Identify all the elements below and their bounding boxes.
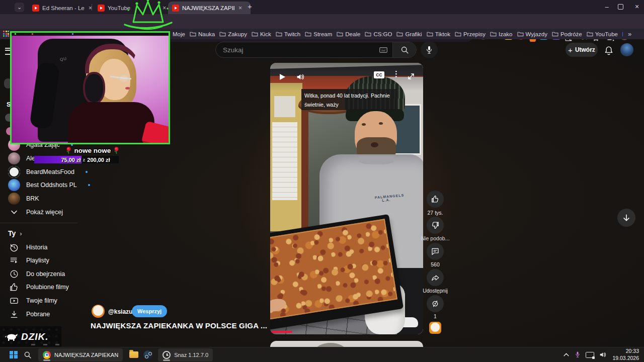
tray-network-icon[interactable] bbox=[583, 348, 596, 361]
search-input[interactable]: Szukaj bbox=[223, 46, 379, 54]
rail-channel-avatar[interactable] bbox=[429, 322, 441, 334]
steam-button[interactable] bbox=[141, 348, 155, 361]
history-icon bbox=[9, 242, 19, 252]
share-button[interactable] bbox=[427, 269, 444, 286]
window-minimize-button[interactable]: – bbox=[600, 0, 614, 13]
play-icon bbox=[278, 73, 286, 81]
bookmark-folder[interactable]: Tiktok bbox=[427, 31, 450, 37]
subscription-row[interactable]: BRK bbox=[8, 193, 109, 205]
tray-time: 20:33 bbox=[612, 348, 639, 354]
bookmark-folder[interactable]: Przepisy bbox=[455, 31, 486, 37]
keyboard-icon[interactable] bbox=[379, 43, 387, 56]
folder-icon bbox=[552, 31, 558, 37]
player-menu-button[interactable]: ⋮ bbox=[392, 69, 400, 78]
folder-icon bbox=[337, 31, 343, 37]
play-button[interactable] bbox=[278, 70, 286, 83]
bookmark-item[interactable]: Moje bbox=[173, 31, 185, 37]
channel-avatar bbox=[8, 193, 20, 205]
search-bar[interactable]: Szukaj bbox=[215, 42, 417, 58]
gif-badge[interactable]: GIF bbox=[622, 32, 623, 37]
notifications-button[interactable] bbox=[604, 44, 614, 57]
folder-icon bbox=[365, 31, 371, 37]
sidebar-item-label: Historia bbox=[26, 244, 47, 251]
start-button[interactable] bbox=[7, 348, 20, 361]
subscription-row[interactable]: BeardMeatsFood bbox=[8, 166, 109, 178]
you-section-header[interactable]: Ty › bbox=[8, 229, 22, 237]
sidebar-item-history[interactable]: Historia bbox=[9, 241, 100, 253]
channel-avatar bbox=[8, 166, 20, 178]
file-explorer-button[interactable] bbox=[127, 348, 141, 361]
bookmark-folder[interactable]: Wyjazdy bbox=[517, 31, 547, 37]
taskbar-search-button[interactable] bbox=[20, 348, 35, 361]
bookmark-folder[interactable]: Zakupy bbox=[219, 31, 247, 37]
subtitle-text: Witka, ponad 40 lat tradycji. Pachnie św… bbox=[301, 89, 397, 110]
bookmark-folder[interactable]: CS:GO bbox=[365, 31, 392, 37]
voice-search-button[interactable] bbox=[421, 41, 438, 58]
captions-badge[interactable]: CC bbox=[374, 71, 384, 78]
folder-icon bbox=[517, 31, 524, 37]
remix-icon bbox=[431, 299, 440, 308]
expand-icon bbox=[407, 72, 415, 80]
bookmark-folder[interactable]: Deale bbox=[337, 31, 360, 37]
like-button[interactable] bbox=[427, 191, 444, 208]
sidebar-item-your-videos[interactable]: Twoje filmy bbox=[9, 295, 100, 307]
create-button[interactable]: + Utwórz bbox=[566, 43, 598, 57]
taskbar-snaz-window[interactable]: Snaz 1.12.7.0 bbox=[158, 348, 213, 361]
sidebar-item-playlists[interactable]: Playlisty bbox=[9, 254, 100, 266]
new-content-dot bbox=[86, 171, 88, 173]
show-more-button[interactable]: Pokaż więcej bbox=[8, 206, 109, 218]
next-video-button[interactable] bbox=[617, 209, 635, 227]
remix-button[interactable] bbox=[427, 295, 444, 312]
bookmark-folder[interactable]: Izako bbox=[490, 31, 513, 37]
video-icon bbox=[9, 296, 19, 306]
bookmark-folder[interactable]: YouTube bbox=[587, 31, 618, 37]
tab-title: NAJWIĘKSZA ZAPIEKANKA W P bbox=[182, 5, 234, 11]
bookmark-folder[interactable]: Grafiki bbox=[396, 31, 422, 37]
tray-date: 19.03.2026 bbox=[612, 355, 639, 361]
search-button[interactable] bbox=[392, 42, 416, 57]
bookmark-folder[interactable]: Kick bbox=[252, 31, 271, 37]
search-icon bbox=[400, 46, 409, 54]
steam-icon bbox=[143, 350, 152, 359]
sidebar-item-watch-later[interactable]: Do obejrzenia bbox=[9, 268, 100, 280]
scene-shape bbox=[15, 33, 16, 35]
video-progress-bar[interactable] bbox=[271, 331, 292, 333]
snaz-label: Snaz 1.12.7.0 bbox=[174, 352, 208, 358]
tab-list-button[interactable]: ⌄ bbox=[15, 3, 24, 12]
browser-tab[interactable]: Ed Sheeran - Lego House [Offic × bbox=[28, 2, 98, 14]
subscription-row[interactable]: Best Oddshots PL bbox=[8, 179, 109, 191]
window-close-button[interactable]: × bbox=[630, 0, 644, 13]
tray-microphone[interactable] bbox=[572, 348, 583, 361]
tray-volume-icon[interactable] bbox=[596, 348, 609, 361]
apps-grid-icon[interactable] bbox=[3, 31, 9, 37]
shorts-channel-avatar[interactable] bbox=[92, 305, 105, 318]
tray-show-hidden-icons[interactable] bbox=[560, 348, 572, 361]
bookmarks-overflow-button[interactable]: » bbox=[628, 30, 631, 38]
sidebar-item-downloads[interactable]: Pobrane bbox=[9, 308, 100, 320]
youtube-favicon bbox=[98, 5, 105, 12]
expand-button[interactable] bbox=[407, 70, 415, 83]
bookmark-folder[interactable]: Twitch bbox=[276, 31, 301, 37]
browser-tab-active[interactable]: NAJWIĘKSZA ZAPIEKANKA W P × bbox=[168, 2, 251, 14]
comments-button[interactable] bbox=[427, 243, 444, 260]
shorts-player[interactable]: PALMANGELSL.A. CC ⋮ Witk bbox=[270, 63, 423, 334]
tab-close-icon[interactable]: × bbox=[238, 5, 242, 12]
tray-clock[interactable]: 20:33 19.03.2026 bbox=[612, 348, 639, 361]
browser-toolbar: ← → youtube.com/shorts/HFGQk0nlVVg W 7v … bbox=[0, 14, 644, 29]
taskbar-window-title: NAJWIĘKSZA ZAPIEKAN bbox=[54, 352, 118, 358]
new-tab-button[interactable]: + bbox=[248, 2, 252, 11]
bookmark-folder[interactable]: Stream bbox=[305, 31, 332, 37]
donation-goal: 200,00 zł bbox=[87, 157, 110, 163]
dislike-button[interactable] bbox=[427, 217, 444, 234]
bookmark-folder[interactable]: Podróże bbox=[552, 31, 582, 37]
dzik-logo-text: DZIK. bbox=[21, 331, 49, 342]
microphone-icon bbox=[425, 45, 433, 54]
sidebar-item-liked-videos[interactable]: Polubione filmy bbox=[9, 281, 100, 293]
shorts-video-title: NAJWIĘKSZA ZAPIEKANKA W POLSCE GIGA ... bbox=[91, 321, 267, 330]
bookmark-folder[interactable]: Nauka bbox=[190, 31, 215, 37]
window-maximize-button[interactable] bbox=[618, 4, 623, 10]
sponsor-button[interactable]: Wesprzyj bbox=[132, 305, 167, 317]
profile-avatar[interactable] bbox=[620, 43, 633, 56]
taskbar-browser-window[interactable]: NAJWIĘKSZA ZAPIEKAN bbox=[38, 348, 123, 361]
volume-button[interactable] bbox=[296, 70, 305, 83]
